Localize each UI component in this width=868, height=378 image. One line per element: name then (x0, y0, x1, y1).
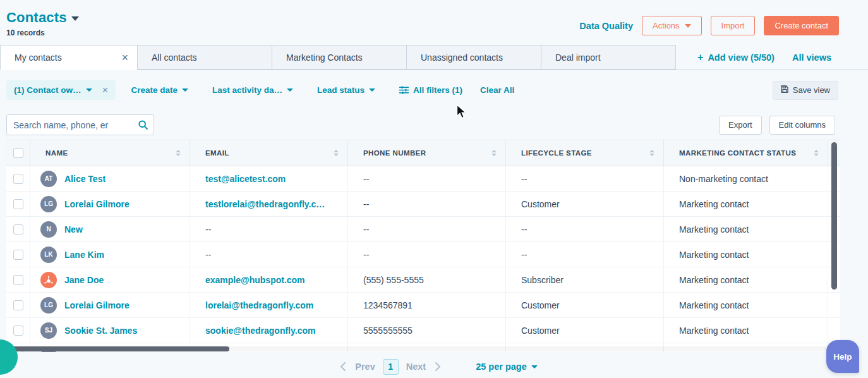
all-filters-button[interactable]: All filters (1) (399, 85, 462, 95)
contact-name-link[interactable]: Alice Test (64, 174, 105, 184)
edit-columns-button[interactable]: Edit columns (769, 116, 835, 135)
prev-page-chevron-icon[interactable] (339, 362, 346, 372)
column-header-lifecycle[interactable]: LIFECYCLE STAGE (505, 140, 663, 166)
row-checkbox-cell (6, 217, 30, 241)
actions-button[interactable]: Actions (642, 16, 702, 35)
email-link[interactable]: testlorelai@thedragonfly.c… (205, 199, 325, 209)
contact-name-link[interactable]: Lorelai Gilmore (64, 199, 130, 209)
name-cell: LG Lorelai Gilmore (30, 293, 190, 317)
contact-name-link[interactable]: Sookie St. James (64, 326, 137, 336)
name-cell: N New (30, 217, 190, 241)
toolbar-row: Export Edit columns (6, 114, 835, 135)
marketing-status-value: Marketing contact (679, 326, 749, 336)
clipped-cell (828, 318, 840, 343)
search-input[interactable] (6, 114, 154, 135)
search-icon[interactable] (138, 119, 148, 133)
row-checkbox[interactable] (13, 174, 23, 184)
prev-page-button[interactable]: Prev (355, 362, 375, 372)
clipped-cell (828, 293, 840, 317)
email-cell: sookie@thedragonfly.com (190, 318, 347, 343)
last-activity-filter[interactable]: Last activity da… (212, 85, 293, 95)
tab-marketing-contacts[interactable]: Marketing Contacts (272, 45, 407, 70)
column-header-phone[interactable]: PHONE NUMBER (347, 140, 505, 166)
row-checkbox[interactable] (13, 300, 23, 310)
table-row: LG Lorelai Gilmore lorelai@thedragonfly.… (6, 293, 840, 318)
page-size-select[interactable]: 25 per page (476, 362, 538, 372)
avatar: N (40, 221, 57, 238)
title-dropdown-caret-icon[interactable] (71, 16, 79, 21)
sort-icon[interactable] (643, 150, 654, 156)
tab-my-contacts[interactable]: My contacts × (0, 45, 138, 70)
column-header-email[interactable]: EMAIL (190, 140, 347, 166)
email-cell: -- (190, 217, 347, 241)
avatar: LG (40, 196, 57, 212)
lifecycle-cell: Customer (505, 318, 663, 343)
current-page-button[interactable]: 1 (383, 359, 399, 375)
data-quality-link[interactable]: Data Quality (579, 21, 633, 31)
name-cell: LK Lane Kim (30, 242, 190, 267)
select-all-checkbox[interactable] (13, 148, 23, 158)
row-checkbox[interactable] (13, 326, 23, 336)
contact-owner-filter-pill[interactable]: (1) Contact ow… × (6, 80, 116, 100)
contacts-table: NAME EMAIL PHONE NUMBER LIFECYCLE STAGE … (6, 140, 840, 352)
help-button[interactable]: Help (826, 340, 859, 373)
lifecycle-value: Customer (521, 326, 560, 336)
column-header-name[interactable]: NAME (30, 140, 190, 166)
email-link[interactable]: -- (205, 224, 211, 235)
phone-value: 5555555555 (363, 326, 413, 336)
remove-filter-icon[interactable]: × (102, 85, 109, 95)
sort-icon[interactable] (807, 150, 819, 156)
plus-icon: + (697, 52, 703, 63)
contact-name-link[interactable]: Jane Doe (64, 275, 104, 285)
avatar-initials: LG (44, 302, 53, 308)
row-checkbox[interactable] (13, 275, 23, 285)
marketing-status-cell: Marketing contact (663, 318, 828, 343)
lifecycle-value: -- (521, 174, 527, 184)
all-filters-label: All filters (1) (413, 85, 462, 95)
tab-all-contacts[interactable]: All contacts (138, 45, 272, 70)
email-link[interactable]: test@alicetest.com (205, 174, 286, 184)
row-checkbox[interactable] (13, 224, 23, 235)
sort-icon[interactable] (327, 150, 339, 156)
contact-name-link[interactable]: New (64, 224, 83, 235)
row-checkbox[interactable] (13, 199, 23, 209)
create-date-filter[interactable]: Create date (131, 85, 188, 95)
contact-name-link[interactable]: Lane Kim (64, 250, 104, 260)
save-view-button[interactable]: Save view (773, 81, 838, 100)
column-label: EMAIL (205, 149, 229, 157)
tab-unassigned-contacts[interactable]: Unassigned contacts (407, 45, 541, 70)
avatar: LG (40, 297, 57, 314)
lead-status-filter[interactable]: Lead status (317, 85, 375, 95)
name-cell: Jane Doe (30, 267, 190, 292)
sort-icon[interactable] (485, 150, 497, 156)
horizontal-scrollbar[interactable] (6, 346, 229, 351)
column-header-marketing-status[interactable]: MARKETING CONTACT STATUS (663, 140, 828, 166)
next-page-button[interactable]: Next (406, 362, 426, 372)
email-cell: testlorelai@thedragonfly.c… (190, 192, 347, 216)
email-link[interactable]: -- (205, 250, 211, 260)
select-all-cell (6, 140, 30, 166)
tab-label: My contacts (15, 52, 62, 63)
row-checkbox[interactable] (13, 250, 23, 260)
clear-all-button[interactable]: Clear All (480, 85, 514, 95)
contact-name-link[interactable]: Lorelai Gilmore (64, 300, 130, 310)
tab-deal-import[interactable]: Deal import (541, 45, 676, 70)
close-tab-icon[interactable]: × (121, 52, 128, 63)
next-page-chevron-icon[interactable] (435, 362, 442, 372)
row-checkbox-cell (6, 267, 30, 292)
sliders-icon (399, 86, 409, 94)
import-button[interactable]: Import (711, 16, 756, 35)
email-link[interactable]: sookie@thedragonfly.com (205, 326, 315, 336)
add-view-link[interactable]: +Add view (5/50) (697, 52, 775, 63)
email-link[interactable]: example@hubspot.com (205, 275, 305, 285)
vertical-scrollbar[interactable] (831, 142, 837, 290)
create-contact-button[interactable]: Create contact (764, 16, 839, 35)
chevron-down-icon (685, 24, 691, 28)
tab-label: Unassigned contacts (421, 52, 503, 63)
avatar: LK (40, 247, 57, 263)
all-views-link[interactable]: All views (792, 52, 831, 63)
sort-icon[interactable] (169, 150, 181, 156)
export-button[interactable]: Export (719, 116, 762, 135)
phone-cell: -- (347, 192, 505, 216)
email-link[interactable]: lorelai@thedragonfly.com (205, 300, 313, 310)
